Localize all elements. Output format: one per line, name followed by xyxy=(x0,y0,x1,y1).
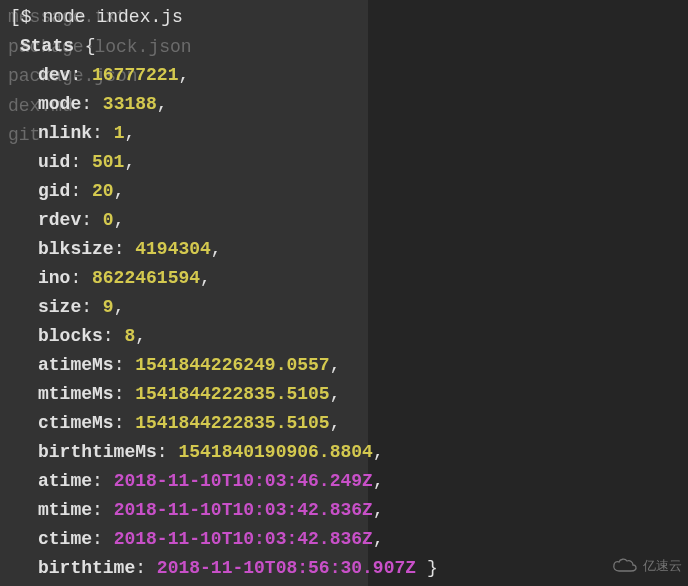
comma: , xyxy=(211,239,222,259)
comma: , xyxy=(373,471,384,491)
stats-close: } xyxy=(416,558,438,578)
stats-field-blocks: blocks: 8, xyxy=(10,322,678,351)
comma: , xyxy=(114,210,125,230)
colon: : xyxy=(103,326,125,346)
comma: , xyxy=(124,152,135,172)
watermark: 亿速云 xyxy=(611,551,682,580)
colon: : xyxy=(114,413,136,433)
field-key: rdev xyxy=(38,210,81,230)
stats-field-mtime: mtime: 2018-11-10T10:03:42.836Z, xyxy=(10,496,678,525)
field-key: ctimeMs xyxy=(38,413,114,433)
comma: , xyxy=(373,529,384,549)
field-value: 8622461594 xyxy=(92,268,200,288)
shell-prompt: [$ xyxy=(10,7,32,27)
field-key: mtimeMs xyxy=(38,384,114,404)
field-value: 9 xyxy=(103,297,114,317)
stats-field-atimeMs: atimeMs: 1541844226249.0557, xyxy=(10,351,678,380)
field-value: 8 xyxy=(124,326,135,346)
comma: , xyxy=(373,442,384,462)
command-text: node index.js xyxy=(42,7,182,27)
command-line: [$ node index.js xyxy=(10,3,678,32)
colon: : xyxy=(92,123,114,143)
colon: : xyxy=(70,181,92,201)
field-value: 1541844222835.5105 xyxy=(135,413,329,433)
field-key: blksize xyxy=(38,239,114,259)
field-value: 2018-11-10T10:03:42.836Z xyxy=(114,500,373,520)
stats-field-birthtimeMs: birthtimeMs: 1541840190906.8804, xyxy=(10,438,678,467)
colon: : xyxy=(92,471,114,491)
stats-field-uid: uid: 501, xyxy=(10,148,678,177)
field-value: 1 xyxy=(114,123,125,143)
field-key: uid xyxy=(38,152,70,172)
colon: : xyxy=(135,558,157,578)
field-key: ino xyxy=(38,268,70,288)
stats-field-ino: ino: 8622461594, xyxy=(10,264,678,293)
stats-field-blksize: blksize: 4194304, xyxy=(10,235,678,264)
field-value: 4194304 xyxy=(135,239,211,259)
terminal-output[interactable]: [$ node index.js Stats { dev: 16777221,m… xyxy=(0,0,688,586)
colon: : xyxy=(92,529,114,549)
comma: , xyxy=(114,297,125,317)
field-key: atimeMs xyxy=(38,355,114,375)
stats-field-nlink: nlink: 1, xyxy=(10,119,678,148)
comma: , xyxy=(373,500,384,520)
field-key: mtime xyxy=(38,500,92,520)
comma: , xyxy=(135,326,146,346)
comma: , xyxy=(114,181,125,201)
comma: , xyxy=(178,65,189,85)
colon: : xyxy=(81,94,103,114)
stats-field-mtimeMs: mtimeMs: 1541844222835.5105, xyxy=(10,380,678,409)
stats-field-atime: atime: 2018-11-10T10:03:46.249Z, xyxy=(10,467,678,496)
colon: : xyxy=(70,152,92,172)
colon: : xyxy=(92,500,114,520)
stats-field-ctime: ctime: 2018-11-10T10:03:42.836Z, xyxy=(10,525,678,554)
colon: : xyxy=(70,268,92,288)
stats-field-mode: mode: 33188, xyxy=(10,90,678,119)
comma: , xyxy=(200,268,211,288)
field-value: 0 xyxy=(103,210,114,230)
comma: , xyxy=(157,94,168,114)
stats-field-size: size: 9, xyxy=(10,293,678,322)
field-key: gid xyxy=(38,181,70,201)
field-key: birthtimeMs xyxy=(38,442,157,462)
field-value: 501 xyxy=(92,152,124,172)
comma: , xyxy=(330,355,341,375)
field-value: 1541844222835.5105 xyxy=(135,384,329,404)
field-value: 16777221 xyxy=(92,65,178,85)
object-name: Stats xyxy=(20,36,74,56)
field-key: mode xyxy=(38,94,81,114)
field-value: 33188 xyxy=(103,94,157,114)
colon: : xyxy=(114,239,136,259)
field-key: atime xyxy=(38,471,92,491)
stats-field-dev: dev: 16777221, xyxy=(10,61,678,90)
colon: : xyxy=(114,384,136,404)
cloud-icon xyxy=(611,557,639,575)
colon: : xyxy=(157,442,179,462)
field-key: blocks xyxy=(38,326,103,346)
field-key: dev xyxy=(38,65,70,85)
field-value: 2018-11-10T08:56:30.907Z xyxy=(157,558,416,578)
field-key: nlink xyxy=(38,123,92,143)
stats-field-rdev: rdev: 0, xyxy=(10,206,678,235)
field-key: size xyxy=(38,297,81,317)
field-key: birthtime xyxy=(38,558,135,578)
comma: , xyxy=(124,123,135,143)
colon: : xyxy=(70,65,92,85)
stats-open: Stats { xyxy=(10,32,678,61)
watermark-text: 亿速云 xyxy=(643,551,682,580)
stats-field-birthtime: birthtime: 2018-11-10T08:56:30.907Z } xyxy=(10,554,678,583)
stats-field-ctimeMs: ctimeMs: 1541844222835.5105, xyxy=(10,409,678,438)
comma: , xyxy=(330,413,341,433)
field-value: 1541840190906.8804 xyxy=(178,442,372,462)
field-value: 1541844226249.0557 xyxy=(135,355,329,375)
field-value: 20 xyxy=(92,181,114,201)
stats-field-gid: gid: 20, xyxy=(10,177,678,206)
field-value: 2018-11-10T10:03:42.836Z xyxy=(114,529,373,549)
colon: : xyxy=(81,297,103,317)
field-key: ctime xyxy=(38,529,92,549)
colon: : xyxy=(114,355,136,375)
colon: : xyxy=(81,210,103,230)
field-value: 2018-11-10T10:03:46.249Z xyxy=(114,471,373,491)
comma: , xyxy=(330,384,341,404)
